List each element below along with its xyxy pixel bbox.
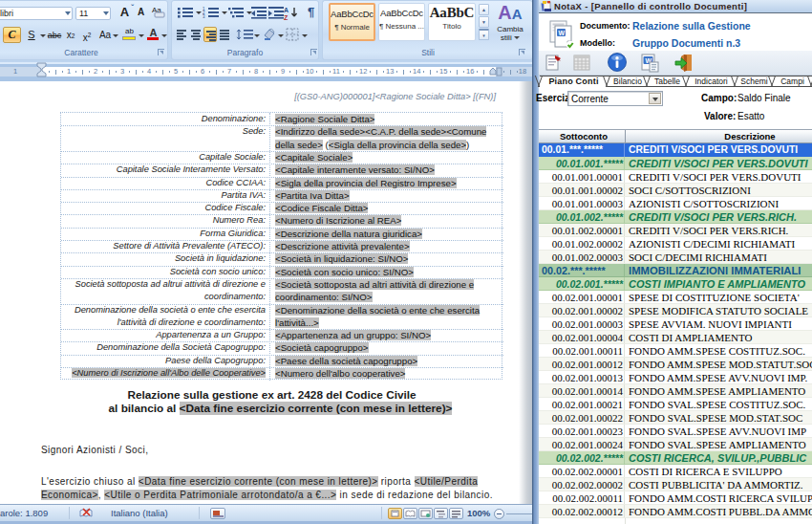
svg-text:Z: Z [284,14,288,21]
svg-text:3: 3 [203,14,205,19]
svg-text:A: A [284,7,288,13]
svg-text:W: W [559,30,566,36]
